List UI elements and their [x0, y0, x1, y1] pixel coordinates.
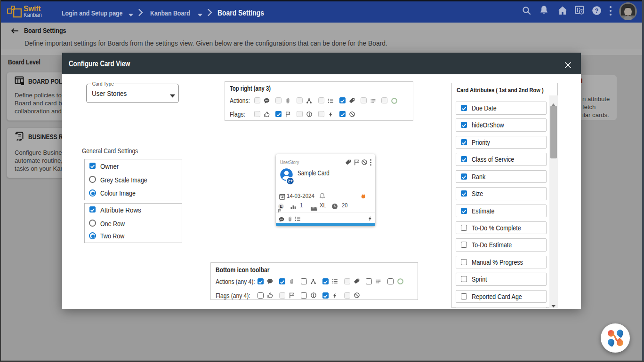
svg-text:?: ? [595, 7, 599, 14]
svg-text:2+: 2+ [288, 178, 293, 183]
